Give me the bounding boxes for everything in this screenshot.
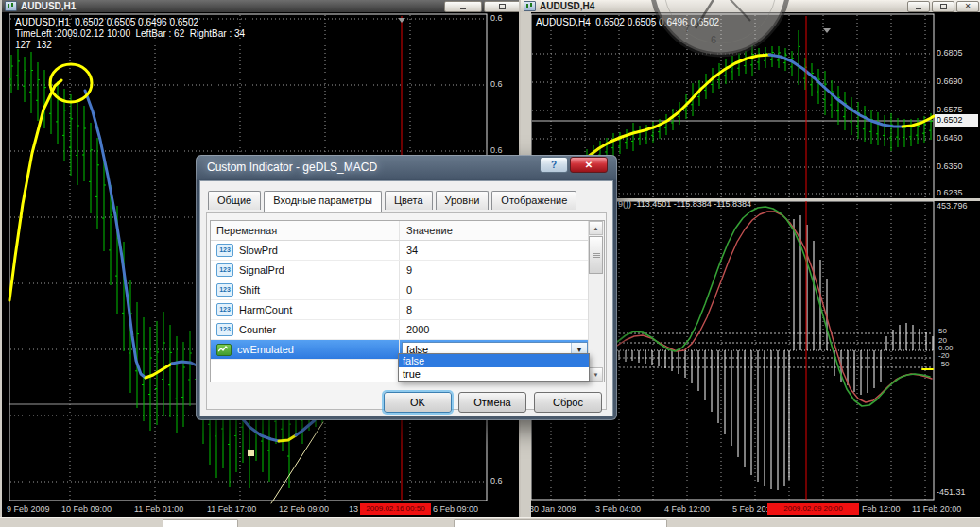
indicator-level-label: -20 — [938, 351, 950, 360]
cancel-button[interactable]: Отмена — [458, 392, 526, 413]
h1-time-cursor-label: 2009.02.16 00:50 — [360, 503, 431, 515]
h1-price-label: 0.6 — [490, 145, 503, 155]
param-name: HarmCount — [239, 304, 292, 315]
table-row[interactable]: 123HarmCount 8 — [211, 300, 591, 320]
table-scrollbar[interactable]: ▲ ▼ — [588, 221, 604, 382]
status-cell — [163, 519, 238, 527]
tab-inputs[interactable]: Входные параметры — [264, 191, 382, 212]
h1-window-titlebar[interactable]: AUDUSD,H1 — [2, 0, 519, 12]
h1-counter-info: 127 132 — [15, 40, 52, 50]
param-value[interactable]: 9 — [399, 261, 591, 280]
h4-minimize-button[interactable] — [907, 1, 930, 12]
table-row[interactable]: 123Shift 0 — [211, 280, 591, 300]
param-value[interactable]: 0 — [399, 280, 591, 299]
h1-price-label: 0.6 — [490, 79, 503, 89]
param-name: SlowPrd — [239, 245, 278, 256]
h1-price-label: 0.6 — [490, 476, 503, 485]
numeric-param-icon: 123 — [216, 244, 233, 257]
indicator-scale-bottom: -451.31 — [937, 487, 966, 497]
h4-ohlc-info: AUDUSD,H4 0.6502 0.6505 0.6496 0.6502 — [536, 17, 719, 27]
chart-window-icon — [524, 1, 536, 11]
h1-time-label: 11 Feb 01:00 — [134, 504, 183, 514]
h1-price-label: 0.6 — [490, 13, 503, 23]
status-cell — [454, 519, 667, 527]
table-row[interactable]: 123SlowPrd 34 — [211, 241, 591, 261]
param-name: Counter — [239, 324, 276, 335]
h1-time-label: 6 Feb 09:00 — [433, 504, 478, 514]
table-header-row: Переменная Значение — [211, 221, 604, 241]
table-row[interactable]: 123Counter 2000 — [211, 320, 591, 340]
h4-window-title: AUDUSD,H4 — [540, 1, 594, 11]
numeric-param-icon: 123 — [216, 283, 233, 297]
h1-time-label: 11 Feb 17:00 — [207, 504, 256, 514]
h4-time-label: 11 Feb 20:00 — [912, 504, 961, 514]
tab-common[interactable]: Общие — [208, 191, 261, 210]
dropdown-option-false[interactable]: false — [399, 354, 589, 367]
param-value[interactable]: 34 — [399, 241, 591, 260]
close-icon: ✕ — [965, 3, 971, 10]
tab-colors[interactable]: Цвета — [385, 191, 433, 210]
scroll-down-button[interactable]: ▼ — [589, 367, 603, 382]
param-value[interactable]: 8 — [399, 300, 591, 319]
ok-button[interactable]: OK — [384, 392, 452, 413]
numeric-param-icon: 123 — [216, 323, 233, 336]
h1-restore-button[interactable] — [484, 1, 519, 12]
dialog-tabs: Общие Входные параметры Цвета Уровни Ото… — [208, 191, 579, 210]
h4-price-label: 0.6460 — [937, 133, 963, 143]
h4-time-label: 30 Jan 2009 — [529, 504, 576, 514]
arrow-up-icon: ▲ — [593, 226, 599, 231]
indicator-level-label: 50 — [938, 327, 947, 335]
h4-price-label: 0.6805 — [937, 48, 963, 58]
scrollbar-thumb[interactable] — [589, 236, 603, 274]
h1-indicator-info: TimeLeft :2009.02.12 10:00 LeftBar : 62 … — [15, 28, 245, 39]
h1-minimize-button[interactable] — [444, 1, 482, 12]
h4-time-cursor-label: 2009.02.09 20:00 — [767, 503, 859, 515]
dialog-close-button[interactable]: ✕ — [570, 157, 608, 173]
minimize-icon — [460, 8, 466, 9]
help-icon: ? — [551, 160, 557, 170]
h4-time-label: 3 Feb 04:00 — [595, 504, 641, 514]
dialog-buttons: OK Отмена Сброс — [200, 392, 612, 413]
numeric-param-icon: 123 — [216, 303, 233, 316]
column-header-variable: Переменная — [211, 225, 399, 236]
h1-time-label: 10 Feb 09:00 — [61, 504, 112, 514]
h4-close-button[interactable]: ✕ — [956, 1, 979, 12]
chart-window-icon — [5, 1, 17, 11]
dropdown-option-true[interactable]: true — [399, 367, 589, 381]
arrow-down-icon: ▼ — [593, 372, 599, 378]
tab-levels[interactable]: Уровни — [436, 191, 490, 210]
restore-icon — [940, 4, 947, 9]
status-strip — [0, 517, 980, 527]
tab-visualization[interactable]: Отображение — [491, 191, 576, 210]
param-value[interactable]: 2000 — [399, 320, 591, 339]
h4-time-label: Feb 12:00 — [862, 504, 901, 514]
h4-price-label: 0.6235 — [937, 188, 963, 197]
scroll-up-button[interactable]: ▲ — [589, 221, 603, 235]
combobox-dropdown-list: false true — [398, 353, 590, 382]
indicator-level-label: -50 — [938, 360, 950, 368]
h4-price-label: 0.6575 — [937, 105, 963, 114]
h4-restore-button[interactable] — [932, 1, 954, 12]
dialog-body: Общие Входные параметры Цвета Уровни Ото… — [199, 180, 613, 416]
dialog-title: Custom Indicator - geDLS_MACD — [207, 161, 377, 174]
indicator-scale-top: 453.796 — [937, 201, 968, 211]
custom-indicator-dialog[interactable]: Custom Indicator - geDLS_MACD ? ✕ Общие … — [196, 155, 617, 420]
h1-time-label: 9 Feb 2009 — [7, 504, 50, 514]
h1-window-title: AUDUSD,H1 — [21, 1, 76, 11]
param-name: Shift — [239, 284, 260, 296]
param-name: cwEmulated — [237, 344, 294, 355]
mt4-workspace: AUDUSD,H1 AUDUSD,H1 0.6502 0.6505 0.6496… — [0, 0, 980, 527]
h1-time-label: 12 Feb 09:00 — [279, 504, 329, 514]
numeric-param-icon: 123 — [216, 264, 233, 277]
param-name: SignalPrd — [239, 264, 284, 276]
dialog-help-button[interactable]: ? — [540, 157, 568, 173]
table-row[interactable]: 123SignalPrd 9 — [211, 261, 591, 280]
h4-indicator-values: 9()) -113.4501 -115.8384 -115.8384 — [618, 199, 751, 209]
h4-price-label: 0.6350 — [937, 162, 963, 171]
close-icon: ✕ — [585, 160, 593, 170]
reset-button[interactable]: Сброс — [534, 392, 602, 413]
h4-time-label: 4 Feb 12:00 — [664, 504, 710, 514]
h4-current-price-box: 0.6502 — [935, 114, 978, 127]
h4-price-label: 0.6690 — [937, 76, 963, 86]
restore-icon — [499, 4, 506, 9]
